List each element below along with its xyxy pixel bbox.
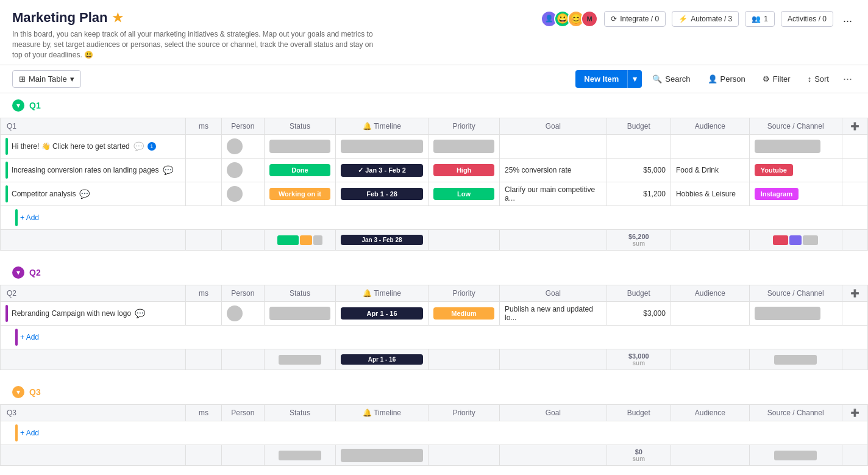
filter-button[interactable]: ⚙ Filter xyxy=(756,70,797,88)
add-item-button[interactable]: + Add xyxy=(1,326,868,349)
item-name-cell[interactable]: Increasing conversion rates on landing p… xyxy=(1,159,186,182)
sort-button[interactable]: ↕ Sort xyxy=(801,70,836,88)
comment-icon[interactable]: 💬 xyxy=(135,309,145,318)
item-budget-cell: $3,000 xyxy=(607,302,671,326)
item-person-cell[interactable] xyxy=(221,135,264,159)
item-name-cell[interactable]: Hi there! 👋 Click here to get started 💬 … xyxy=(1,135,186,159)
new-item-button[interactable]: New Item xyxy=(575,70,642,88)
add-item-button[interactable]: + Add xyxy=(1,206,868,230)
item-goal-cell: Clarify our main competitive a... xyxy=(500,182,607,206)
group-header-q2[interactable]: ▾ Q2 xyxy=(0,260,868,285)
sum-status-cell xyxy=(264,349,335,370)
item-goal-cell xyxy=(500,135,607,159)
sum-bar xyxy=(277,235,299,245)
item-timeline-cell[interactable] xyxy=(335,135,428,159)
item-source-cell[interactable]: Youtube xyxy=(749,159,842,182)
item-name-cell[interactable]: Competitor analysis 💬 xyxy=(1,182,186,206)
priority-badge: High xyxy=(433,164,494,176)
timeline-badge: ✓ Jan 3 - Feb 2 xyxy=(341,164,423,177)
comment-icon[interactable]: 💬 xyxy=(79,189,90,199)
add-item-row[interactable]: + Add xyxy=(1,206,868,230)
col-header-add[interactable]: ➕ xyxy=(842,405,867,421)
add-item-row[interactable]: + Add xyxy=(1,421,868,445)
item-priority-cell[interactable]: Medium xyxy=(429,302,500,326)
avatar[interactable] xyxy=(227,138,243,154)
search-button[interactable]: 🔍 Search xyxy=(646,70,697,88)
person-button[interactable]: 👤 Person xyxy=(701,70,752,88)
avatar[interactable] xyxy=(227,186,243,202)
sum-row: $0 sum xyxy=(1,445,868,466)
item-status-cell[interactable] xyxy=(264,135,335,159)
members-button[interactable]: 👥 1 xyxy=(745,11,775,27)
group-toggle[interactable]: ▾ xyxy=(12,266,24,279)
source-badge xyxy=(755,140,820,153)
group-header-q3[interactable]: ▾ Q3 xyxy=(0,380,868,404)
item-ms-cell xyxy=(186,302,222,326)
sum-budget-cell: $3,000 sum xyxy=(607,349,671,370)
group-color-bar xyxy=(15,209,18,226)
col-header-person: Person xyxy=(221,405,264,421)
item-status-cell[interactable]: Done xyxy=(264,159,335,182)
header-more-button[interactable]: ... xyxy=(839,10,856,27)
group-header-q1[interactable]: ▾ Q1 xyxy=(0,93,868,118)
activities-button[interactable]: Activities / 0 xyxy=(781,11,833,27)
item-timeline-cell[interactable]: Apr 1 - 16 xyxy=(335,302,428,326)
comment-icon[interactable]: 💬 xyxy=(163,165,173,175)
item-source-cell[interactable] xyxy=(749,135,842,159)
item-status-cell[interactable]: Working on it xyxy=(264,182,335,206)
group-toggle[interactable]: ▾ xyxy=(12,386,24,398)
col-header-add[interactable]: ➕ xyxy=(842,285,867,302)
item-ms-cell xyxy=(186,159,222,182)
comment-icon[interactable]: 💬 xyxy=(133,141,144,151)
sum-add-cell xyxy=(842,445,867,466)
board-description: In this board, you can keep track of all… xyxy=(12,29,378,60)
item-priority-cell[interactable]: High xyxy=(429,159,500,182)
add-label[interactable]: + Add xyxy=(20,333,39,341)
group-toggle[interactable]: ▾ xyxy=(12,99,24,112)
group-color-bar xyxy=(5,138,8,155)
toolbar: Main Table New Item 🔍 Search 👤 Person ⚙ … xyxy=(0,65,868,93)
automate-button[interactable]: ⚡ Automate / 3 xyxy=(672,11,739,27)
add-item-row[interactable]: + Add xyxy=(1,326,868,349)
item-source-cell[interactable] xyxy=(749,302,842,326)
item-budget-cell: $1,200 xyxy=(607,182,671,206)
toolbar-right: New Item 🔍 Search 👤 Person ⚙ Filter ↕ So… xyxy=(575,70,856,88)
item-ms-cell xyxy=(186,182,222,206)
sum-status-cell xyxy=(264,445,335,466)
col-header-status: Status xyxy=(264,405,335,421)
automate-icon: ⚡ xyxy=(678,15,688,23)
item-timeline-cell[interactable]: Feb 1 - 28 xyxy=(335,182,428,206)
avatar[interactable] xyxy=(227,162,243,178)
item-priority-cell[interactable]: Low xyxy=(429,182,500,206)
col-header-status: Status xyxy=(264,118,335,135)
add-item-button[interactable]: + Add xyxy=(1,421,868,445)
new-item-chevron[interactable] xyxy=(627,70,642,88)
item-priority-cell[interactable] xyxy=(429,135,500,159)
filter-icon: ⚙ xyxy=(763,74,770,84)
main-table-button[interactable]: Main Table xyxy=(12,70,81,88)
group-section: ▾ Q3 Q3 ms Person Status 🔔 Timeline Prio… xyxy=(0,380,868,466)
toolbar-more-button[interactable]: ··· xyxy=(839,70,856,88)
avatar[interactable]: M xyxy=(581,10,598,27)
add-label[interactable]: + Add xyxy=(20,429,39,437)
star-icon[interactable]: ★ xyxy=(112,10,123,25)
item-source-cell[interactable]: Instagram xyxy=(749,182,842,206)
col-header-budget: Budget xyxy=(607,118,671,135)
item-person-cell[interactable] xyxy=(221,159,264,182)
group-label: Q1 xyxy=(29,101,41,110)
item-timeline-cell[interactable]: ✓ Jan 3 - Feb 2 xyxy=(335,159,428,182)
item-person-cell[interactable] xyxy=(221,302,264,326)
board-content: ▾ Q1 Q1 ms Person Status 🔔 Timeline Prio… xyxy=(0,93,868,475)
person-icon: 👤 xyxy=(708,74,717,84)
avatar[interactable] xyxy=(227,305,243,321)
col-header-audience: Audience xyxy=(671,285,749,302)
item-person-cell[interactable] xyxy=(221,182,264,206)
add-label[interactable]: + Add xyxy=(20,213,39,222)
item-name-cell[interactable]: Rebranding Campaign with new logo 💬 xyxy=(1,302,186,326)
item-status-cell[interactable] xyxy=(264,302,335,326)
avatar-group: 👤 😀 😊 M xyxy=(541,10,598,27)
timeline-badge xyxy=(341,140,423,153)
source-badge: Instagram xyxy=(755,188,799,200)
col-header-add[interactable]: ➕ xyxy=(842,118,867,135)
integrate-button[interactable]: ⟳ Integrate / 0 xyxy=(604,11,666,27)
